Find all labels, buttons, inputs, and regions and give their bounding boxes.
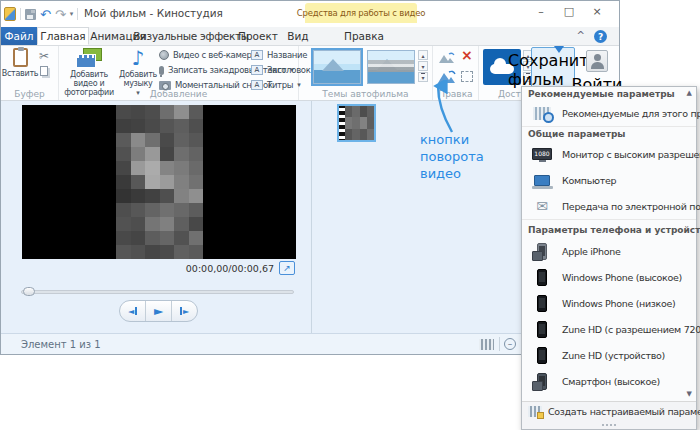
zune-hd-icon bbox=[537, 321, 547, 338]
menu-header: Рекомендуемые параметры bbox=[522, 87, 696, 100]
annotation-arrow bbox=[424, 80, 464, 134]
tab-visual-effects[interactable]: Визуальные эффекты bbox=[147, 27, 235, 45]
windows-phone-icon bbox=[537, 269, 547, 286]
separator bbox=[77, 8, 78, 20]
monitor-icon: 1080 bbox=[532, 148, 552, 160]
contextual-tab-header: Средства для работы с видео bbox=[305, 3, 417, 23]
copy-icon[interactable] bbox=[40, 66, 48, 76]
annotation-text: кнопки поворота видео bbox=[420, 131, 498, 182]
recommended-project-icon bbox=[533, 107, 551, 120]
qat-customize-caret-icon[interactable]: ▾ bbox=[70, 10, 74, 18]
caption-icon: A bbox=[251, 65, 263, 75]
windows-phone-icon bbox=[537, 295, 547, 312]
separator bbox=[499, 337, 500, 351]
timecode: 00:00,00/00:00,67 bbox=[151, 263, 274, 274]
music-note-icon: ♪ bbox=[132, 48, 145, 68]
clip-thumbnail bbox=[345, 106, 374, 140]
add-video-icon bbox=[76, 48, 102, 68]
tab-project[interactable]: Проект bbox=[235, 27, 281, 45]
themes-gallery-scroll: ▴ ▾ ▾ bbox=[418, 50, 428, 82]
previous-frame-button[interactable]: ◄ bbox=[120, 301, 145, 321]
person-icon bbox=[586, 50, 608, 72]
item-count: Элемент 1 из 1 bbox=[21, 339, 101, 350]
collapse-ribbon-icon[interactable]: ^ bbox=[577, 30, 585, 41]
theme-thumbnail-contemporary[interactable] bbox=[367, 50, 415, 84]
theme-thumbnail-default[interactable] bbox=[313, 50, 361, 84]
help-icon[interactable]: ? bbox=[594, 30, 607, 43]
zune-hd-icon bbox=[537, 347, 547, 364]
gallery-down-icon[interactable]: ▾ bbox=[418, 61, 428, 71]
menu-item-email[interactable]: ✉ Передача по электронной почте bbox=[522, 193, 696, 219]
minimize-button[interactable]: – bbox=[527, 1, 555, 22]
video-preview bbox=[22, 105, 296, 259]
paste-button[interactable]: Вставить bbox=[4, 48, 36, 78]
menu-item-computer[interactable]: Компьютер bbox=[522, 167, 696, 193]
custom-setting-icon bbox=[528, 406, 542, 417]
webcam-icon bbox=[159, 50, 169, 60]
quick-access-toolbar: ↶ ↷ ▾ bbox=[4, 5, 78, 23]
smartphone-icon bbox=[537, 373, 547, 390]
seek-slider[interactable] bbox=[21, 290, 294, 294]
save-icon[interactable] bbox=[25, 9, 36, 20]
window-title: Мой фильм - Киностудия bbox=[84, 7, 223, 19]
menu-item-zune-hd-device[interactable]: Zune HD (устройство) bbox=[522, 342, 696, 368]
title-bar: ↶ ↷ ▾ Мой фильм - Киностудия Средства дл… bbox=[1, 1, 619, 27]
group-clipboard: Вставить ✂ Буфер bbox=[1, 46, 59, 100]
clipboard-icon bbox=[13, 48, 28, 67]
close-button[interactable]: × bbox=[583, 1, 611, 22]
tab-view[interactable]: Вид bbox=[281, 27, 315, 45]
group-autofilm-themes: ▴ ▾ ▾ Темы автофильма bbox=[299, 46, 433, 100]
menu-item-smartphone-high[interactable]: Смартфон (высокое) bbox=[522, 368, 696, 394]
email-icon: ✉ bbox=[536, 199, 548, 213]
separator bbox=[20, 8, 21, 20]
menu-item-hd-monitor[interactable]: 1080 Монитор с высоким разрешением bbox=[522, 141, 696, 167]
video-frame-pixelated bbox=[116, 105, 203, 259]
tab-file[interactable]: Файл bbox=[1, 27, 37, 45]
ribbon-tabs: Файл Главная Анимация Визуальные эффекты… bbox=[1, 27, 619, 46]
menu-scroll-down-icon[interactable]: ▼ bbox=[687, 390, 692, 398]
save-movie-menu: Рекомендуемые параметры ▲ Рекомендуемые … bbox=[521, 86, 697, 430]
tab-edit[interactable]: Правка bbox=[333, 27, 395, 45]
delete-icon[interactable]: × bbox=[461, 49, 473, 62]
screen: ↶ ↷ ▾ Мой фильм - Киностудия Средства дл… bbox=[0, 0, 700, 430]
playback-controls: ◄ ► ► bbox=[119, 300, 198, 322]
menu-item-windows-phone-low[interactable]: Windows Phone (низкое) bbox=[522, 290, 696, 316]
maximize-button[interactable]: □ bbox=[555, 1, 583, 22]
iphone-icon bbox=[537, 243, 547, 260]
storyboard-view-icon[interactable] bbox=[479, 339, 494, 350]
menu-item-apple-iphone[interactable]: Apple iPhone bbox=[522, 238, 696, 264]
menu-header: Параметры телефона и устройства bbox=[522, 219, 696, 238]
window-controls: – □ × bbox=[527, 1, 611, 22]
menu-header: Общие параметры bbox=[522, 126, 696, 141]
menu-item-create-custom[interactable]: Создать настраиваемый параметр... bbox=[522, 401, 696, 421]
microphone-icon bbox=[159, 66, 164, 75]
menu-item-windows-phone-high[interactable]: Windows Phone (высокое) bbox=[522, 264, 696, 290]
menu-scroll-up-icon[interactable]: ▲ bbox=[687, 89, 692, 97]
pane-splitter bbox=[311, 101, 312, 335]
rotate-left-icon[interactable] bbox=[438, 51, 455, 64]
title-icon: A bbox=[251, 50, 263, 60]
next-frame-button[interactable]: ► bbox=[171, 301, 197, 321]
resize-gripper[interactable] bbox=[522, 421, 696, 429]
menu-item-zune-hd-720p[interactable]: Zune HD (с разрешением 720p) bbox=[522, 316, 696, 342]
menu-item-recommended[interactable]: Рекомендуемые для этого проекта bbox=[522, 100, 696, 126]
fullscreen-icon[interactable]: ↗ bbox=[279, 261, 295, 275]
seek-slider-handle[interactable] bbox=[23, 287, 35, 296]
group-add: Добавить видео и фотографии ♪ Добавить м… bbox=[59, 46, 299, 100]
tab-home[interactable]: Главная bbox=[37, 27, 89, 45]
undo-icon[interactable]: ↶ bbox=[40, 8, 51, 21]
gallery-up-icon[interactable]: ▴ bbox=[418, 50, 428, 60]
timeline-clip[interactable] bbox=[337, 104, 376, 142]
cut-icon[interactable]: ✂ bbox=[39, 50, 49, 62]
zoom-out-icon[interactable]: – bbox=[504, 338, 516, 350]
app-icon bbox=[4, 7, 16, 21]
computer-icon bbox=[534, 175, 550, 186]
redo-icon[interactable]: ↷ bbox=[55, 8, 66, 21]
clipboard-mini-buttons: ✂ bbox=[39, 50, 49, 76]
play-button[interactable]: ► bbox=[145, 301, 171, 321]
